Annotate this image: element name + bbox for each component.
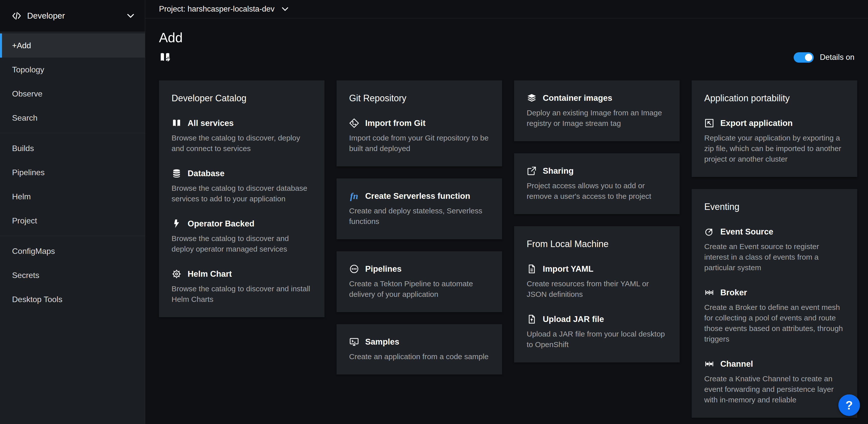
item-description: Browse the catalog to discover database … [172, 183, 312, 204]
card-pipelines: Pipelines Create a Tekton Pipeline to au… [337, 251, 502, 312]
details-toggle-label: Details on [820, 53, 855, 62]
add-item-create-serverless-function[interactable]: fn Create Serverless function Create and… [349, 191, 490, 227]
item-label: Sharing [543, 166, 574, 176]
add-item-samples[interactable]: Samples Create an application from a cod… [349, 337, 490, 362]
item-label: Samples [365, 337, 399, 347]
help-button[interactable]: ? [838, 394, 860, 416]
project-selector[interactable]: Project: harshcasper-localsta-dev [159, 4, 288, 13]
nav-group-resources: Builds Pipelines Helm Project [0, 136, 145, 233]
add-item-operator-backed[interactable]: Operator Backed Browse the catalog to di… [172, 219, 312, 254]
details-toggle[interactable] [794, 52, 814, 63]
nav-divider [0, 236, 145, 236]
add-item-upload-jar-file[interactable]: Upload JAR file Upload a JAR file from y… [527, 314, 667, 350]
event-source-icon [704, 227, 714, 237]
perspective-label: Developer [27, 11, 65, 21]
add-cards-grid: Developer Catalog All services Browse th… [159, 80, 856, 418]
add-item-database[interactable]: Database Browse the catalog to discover … [172, 168, 312, 204]
page-title: Add [159, 30, 856, 45]
sidebar: Developer +Add Topology Observe Search B… [0, 0, 145, 424]
add-item-export-application[interactable]: Export application Replicate your applic… [704, 118, 845, 164]
card-eventing: Eventing Event Source Create an Event so… [692, 189, 857, 418]
add-item-all-services[interactable]: All services Browse the catalog to disco… [172, 118, 312, 154]
chevron-down-icon [282, 5, 288, 12]
card-title: From Local Machine [527, 239, 667, 249]
sidebar-item-project[interactable]: Project [0, 208, 145, 233]
add-item-import-yaml[interactable]: Import YAML Create resources from their … [527, 264, 667, 300]
sidebar-item-pipelines[interactable]: Pipelines [0, 160, 145, 185]
add-item-channel[interactable]: Channel Create a Knative Channel to crea… [704, 359, 845, 405]
card-title: Git Repository [349, 93, 490, 104]
column-4: Application portability Export applicati… [692, 80, 857, 418]
book-plus-icon[interactable] [159, 51, 171, 63]
item-description: Create and deploy stateless, Serverless … [349, 205, 490, 227]
card-from-local-machine: From Local Machine Import YAML Create re… [514, 226, 680, 362]
sidebar-item-configmaps[interactable]: ConfigMaps [0, 239, 145, 263]
sidebar-item-desktop-tools[interactable]: Desktop Tools [0, 287, 145, 311]
item-description: Browse the catalog to discover and deplo… [172, 233, 312, 254]
chevron-down-icon [127, 12, 134, 20]
sidebar-item-secrets[interactable]: Secrets [0, 263, 145, 287]
column-3: Container images Deploy an existing Imag… [514, 80, 680, 362]
item-description: Browse the catalog to discover, deploy a… [172, 133, 312, 154]
item-description: Project access allows you to add or remo… [527, 180, 667, 202]
channel-icon [704, 359, 714, 369]
file-upload-icon [527, 314, 537, 324]
add-item-event-source[interactable]: Event Source Create an Event source to r… [704, 227, 845, 273]
sidebar-item-search[interactable]: Search [0, 106, 145, 130]
card-samples: Samples Create an application from a cod… [337, 324, 502, 374]
card-developer-catalog: Developer Catalog All services Browse th… [159, 80, 324, 317]
item-label: Operator Backed [188, 219, 254, 228]
share-icon [527, 166, 537, 176]
add-item-broker[interactable]: Broker Create a Broker to define an even… [704, 287, 845, 344]
sidebar-item-observe[interactable]: Observe [0, 82, 145, 106]
samples-icon [349, 337, 359, 347]
item-description: Create a Broker to define an event mesh … [704, 302, 845, 344]
sidebar-item-helm[interactable]: Helm [0, 185, 145, 208]
nav-divider [0, 133, 145, 133]
item-description: Create a Tekton Pipeline to automate del… [349, 279, 490, 300]
add-item-pipelines[interactable]: Pipelines Create a Tekton Pipeline to au… [349, 264, 490, 300]
card-container-images: Container images Deploy an existing Imag… [514, 80, 680, 141]
add-item-sharing[interactable]: Sharing Project access allows you to add… [527, 166, 667, 202]
item-label: All services [188, 118, 234, 128]
add-page: Add Details on Developer Catalog [145, 18, 868, 424]
item-label: Pipelines [365, 264, 402, 274]
masthead: Project: harshcasper-localsta-dev [145, 0, 868, 18]
sidebar-item-add[interactable]: +Add [0, 33, 145, 58]
item-description: Import code from your Git repository to … [349, 133, 490, 154]
item-label: Export application [720, 118, 793, 128]
item-description: Replicate your application by exporting … [704, 133, 845, 164]
item-label: Import from Git [365, 118, 426, 128]
sidebar-item-topology[interactable]: Topology [0, 58, 145, 82]
layers-icon [527, 93, 537, 103]
item-description: Create an Event source to register inter… [704, 241, 845, 273]
perspective-switcher[interactable]: Developer [0, 0, 145, 32]
card-title: Eventing [704, 202, 845, 212]
app-root: Developer +Add Topology Observe Search B… [0, 0, 868, 424]
bolt-icon [172, 219, 182, 229]
item-label: Channel [720, 359, 753, 369]
item-description: Deploy an existing Image from an Image r… [527, 108, 667, 129]
card-sharing: Sharing Project access allows you to add… [514, 153, 680, 214]
item-label: Create Serverless function [365, 191, 470, 201]
helm-icon [172, 269, 182, 279]
item-label: Upload JAR file [543, 314, 604, 324]
code-icon [11, 11, 22, 21]
item-label: Database [188, 169, 224, 178]
item-description: Upload a JAR file from your local deskto… [527, 329, 667, 350]
item-description: Browse the catalog to discover and insta… [172, 283, 312, 305]
item-description: Create resources from their YAML or JSON… [527, 279, 667, 300]
database-icon [172, 168, 182, 178]
sidebar-item-builds[interactable]: Builds [0, 136, 145, 160]
git-icon [349, 118, 359, 128]
item-description: Create a Knative Channel to create an ev… [704, 373, 845, 405]
nav-group-main: +Add Topology Observe Search [0, 33, 145, 130]
card-title: Application portability [704, 93, 845, 104]
project-selector-label: Project: harshcasper-localsta-dev [159, 4, 275, 13]
catalog-icon [172, 118, 182, 128]
add-item-import-from-git[interactable]: Import from Git Import code from your Gi… [349, 118, 490, 154]
add-item-container-images[interactable]: Container images Deploy an existing Imag… [527, 93, 667, 129]
add-item-helm-chart[interactable]: Helm Chart Browse the catalog to discove… [172, 269, 312, 305]
item-label: Broker [720, 288, 747, 297]
broker-icon [704, 287, 714, 298]
